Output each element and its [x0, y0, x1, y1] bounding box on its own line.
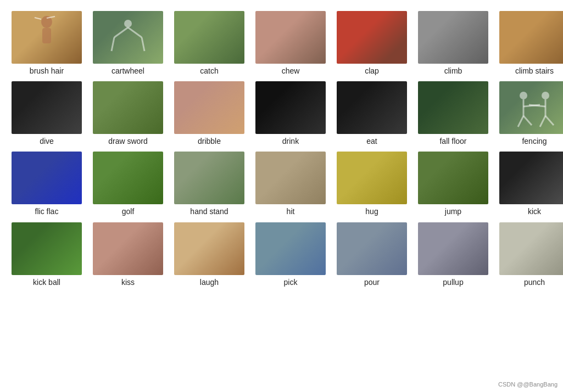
watermark: CSDN @@BangBang: [498, 381, 558, 388]
svg-line-3: [35, 18, 41, 19]
label-kick-ball: kick ball: [33, 277, 60, 287]
label-fencing: fencing: [522, 136, 547, 146]
thumbnail-draw-sword: [93, 81, 163, 134]
grid-item-drink: drink: [252, 81, 329, 146]
label-draw-sword: draw sword: [108, 136, 148, 146]
label-laugh: laugh: [200, 277, 219, 287]
grid-item-draw-sword: draw sword: [90, 81, 166, 146]
thumbnail-cartwheel: [93, 11, 163, 64]
thumbnail-hug: [337, 152, 407, 204]
thumbnail-hand-stand: [174, 152, 244, 204]
label-clap: clap: [365, 66, 379, 76]
grid-item-jump: jump: [415, 152, 492, 216]
thumbnail-climb: [418, 11, 488, 64]
label-flic-flac: flic flac: [35, 206, 59, 216]
grid-item-flic-flac: flic flac: [8, 152, 85, 216]
label-brush-hair: brush hair: [30, 66, 64, 76]
thumbnail-kick: [499, 152, 563, 204]
svg-line-12: [518, 116, 523, 127]
svg-line-8: [112, 37, 114, 51]
thumbnail-climb-stairs: [499, 11, 563, 64]
thumbnail-brush-hair: [12, 11, 82, 64]
svg-line-6: [114, 27, 128, 37]
grid-item-hand-stand: hand stand: [171, 152, 248, 216]
thumbnail-fall-floor: [418, 81, 488, 134]
grid-item-golf: golf: [90, 152, 166, 216]
grid-item-catch: catch: [171, 11, 248, 76]
grid-item-chew: chew: [252, 11, 329, 76]
thumbnail-laugh: [174, 222, 244, 275]
label-kick: kick: [528, 206, 541, 216]
label-catch: catch: [200, 66, 218, 76]
thumbnail-eat: [337, 81, 407, 134]
svg-rect-1: [42, 28, 51, 43]
label-pullup: pullup: [443, 277, 463, 287]
label-hand-stand: hand stand: [190, 206, 228, 216]
label-hug: hug: [365, 206, 378, 216]
thumbnail-punch: [499, 222, 563, 275]
grid-item-kiss: kiss: [90, 222, 166, 287]
grid-item-punch: punch: [496, 222, 563, 287]
grid-item-kick-ball: kick ball: [8, 222, 85, 287]
thumbnail-dribble: [174, 81, 244, 134]
label-pick: pick: [284, 277, 298, 287]
grid-item-pick: pick: [252, 222, 329, 287]
thumbnail-fencing: [499, 81, 563, 134]
thumbnail-chew: [255, 11, 326, 64]
grid-item-eat: eat: [333, 81, 410, 146]
grid-item-dribble: dribble: [171, 81, 248, 146]
label-hit: hit: [287, 206, 295, 216]
label-dive: dive: [40, 136, 54, 146]
grid-item-hit: hit: [252, 152, 329, 216]
label-climb: climb: [444, 66, 462, 76]
svg-line-5: [128, 27, 142, 37]
svg-point-4: [124, 20, 132, 27]
svg-point-9: [520, 92, 527, 99]
svg-line-7: [142, 37, 144, 51]
label-chew: chew: [282, 66, 300, 76]
thumbnail-kick-ball: [12, 222, 82, 275]
label-golf: golf: [122, 206, 135, 216]
thumbnail-pick: [255, 222, 326, 275]
grid-item-clap: clap: [333, 11, 410, 76]
grid-item-climb-stairs: climb stairs: [496, 11, 563, 76]
thumbnail-kiss: [93, 222, 163, 275]
label-kiss: kiss: [121, 277, 135, 287]
grid-item-laugh: laugh: [171, 222, 248, 287]
thumbnail-clap: [337, 11, 407, 64]
thumbnail-dive: [12, 81, 82, 134]
svg-line-13: [523, 116, 532, 125]
grid-item-kick: kick: [496, 152, 563, 216]
thumbnail-flic-flac: [12, 152, 82, 204]
thumbnail-drink: [255, 81, 326, 134]
label-punch: punch: [524, 277, 545, 287]
thumbnail-hit: [255, 152, 326, 204]
label-jump: jump: [445, 206, 461, 216]
grid-item-climb: climb: [415, 11, 492, 76]
label-fall-floor: fall floor: [439, 136, 466, 146]
svg-point-14: [542, 92, 549, 99]
thumbnail-catch: [174, 11, 244, 64]
label-drink: drink: [282, 136, 299, 146]
svg-line-17: [540, 116, 545, 127]
thumbnail-pour: [337, 222, 407, 275]
grid-item-brush-hair: brush hair: [8, 11, 85, 76]
thumbnail-jump: [418, 152, 488, 204]
svg-line-18: [545, 116, 554, 125]
grid-item-cartwheel: cartwheel: [90, 11, 166, 76]
label-eat: eat: [366, 136, 377, 146]
thumbnail-pullup: [418, 222, 488, 275]
grid-item-fall-floor: fall floor: [415, 81, 492, 146]
label-cartwheel: cartwheel: [112, 66, 144, 76]
label-climb-stairs: climb stairs: [515, 66, 554, 76]
grid-item-fencing: fencing: [496, 81, 563, 146]
thumbnail-golf: [93, 152, 163, 204]
grid-item-pullup: pullup: [415, 222, 492, 287]
label-dribble: dribble: [198, 136, 221, 146]
grid-item-pour: pour: [333, 222, 410, 287]
grid-item-dive: dive: [8, 81, 85, 146]
action-grid: brush hair cartwheelcatchchewclapclimbcl…: [0, 0, 563, 298]
grid-item-hug: hug: [333, 152, 410, 216]
label-pour: pour: [364, 277, 380, 287]
